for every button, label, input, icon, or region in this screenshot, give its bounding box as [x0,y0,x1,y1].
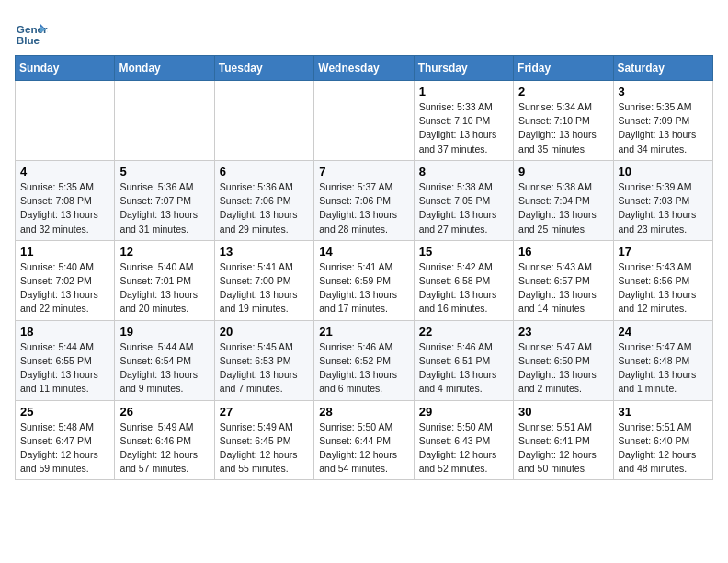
day-number: 5 [119,165,209,178]
day-info: Sunrise: 5:40 AMSunset: 7:01 PMDaylight:… [119,260,209,316]
calendar-cell: 11Sunrise: 5:40 AMSunset: 7:02 PMDayligh… [16,240,115,320]
calendar-cell: 20Sunrise: 5:45 AMSunset: 6:53 PMDayligh… [214,320,313,400]
day-info: Sunrise: 5:36 AMSunset: 7:07 PMDaylight:… [119,180,209,236]
day-number: 3 [619,85,708,98]
day-info: Sunrise: 5:43 AMSunset: 6:57 PMDaylight:… [518,260,608,316]
calendar-cell: 29Sunrise: 5:50 AMSunset: 6:43 PMDayligh… [414,400,513,480]
calendar-cell: 2Sunrise: 5:34 AMSunset: 7:10 PMDaylight… [514,81,613,161]
logo-icon: General Blue [15,15,48,48]
day-info: Sunrise: 5:38 AMSunset: 7:04 PMDaylight:… [518,180,608,236]
day-number: 29 [419,405,508,419]
calendar-cell: 17Sunrise: 5:43 AMSunset: 6:56 PMDayligh… [613,240,712,320]
day-number: 13 [220,245,309,259]
calendar-cell: 16Sunrise: 5:43 AMSunset: 6:57 PMDayligh… [514,240,613,320]
calendar-cell: 30Sunrise: 5:51 AMSunset: 6:41 PMDayligh… [514,400,613,480]
day-info: Sunrise: 5:50 AMSunset: 6:44 PMDaylight:… [319,420,408,477]
header-thursday: Thursday [414,56,513,81]
calendar-cell: 23Sunrise: 5:47 AMSunset: 6:50 PMDayligh… [514,320,613,400]
calendar-cell: 8Sunrise: 5:38 AMSunset: 7:05 PMDaylight… [414,160,513,240]
calendar-cell: 10Sunrise: 5:39 AMSunset: 7:03 PMDayligh… [613,160,712,240]
day-number: 31 [619,405,708,419]
day-info: Sunrise: 5:38 AMSunset: 7:05 PMDaylight:… [419,180,508,236]
day-number: 25 [20,405,109,419]
calendar-cell: 26Sunrise: 5:49 AMSunset: 6:46 PMDayligh… [115,400,214,480]
day-info: Sunrise: 5:42 AMSunset: 6:58 PMDaylight:… [419,260,508,316]
day-info: Sunrise: 5:50 AMSunset: 6:43 PMDaylight:… [419,420,508,477]
day-number: 20 [220,325,309,339]
day-info: Sunrise: 5:35 AMSunset: 7:08 PMDaylight:… [20,180,109,236]
header-monday: Monday [115,56,214,81]
day-number: 14 [319,245,408,259]
day-info: Sunrise: 5:41 AMSunset: 7:00 PMDaylight:… [220,260,309,316]
day-number: 27 [220,405,309,419]
day-info: Sunrise: 5:34 AMSunset: 7:10 PMDaylight:… [518,100,608,156]
day-number: 8 [419,165,508,178]
calendar-cell: 24Sunrise: 5:47 AMSunset: 6:48 PMDayligh… [613,320,712,400]
day-info: Sunrise: 5:37 AMSunset: 7:06 PMDaylight:… [319,180,408,236]
day-info: Sunrise: 5:40 AMSunset: 7:02 PMDaylight:… [20,260,109,316]
calendar-week-row: 1Sunrise: 5:33 AMSunset: 7:10 PMDaylight… [16,81,713,161]
day-info: Sunrise: 5:51 AMSunset: 6:41 PMDaylight:… [518,420,608,477]
day-number: 16 [518,245,608,259]
day-info: Sunrise: 5:51 AMSunset: 6:40 PMDaylight:… [619,420,708,477]
day-number: 10 [619,165,708,178]
day-number: 6 [220,165,309,178]
calendar-cell: 14Sunrise: 5:41 AMSunset: 6:59 PMDayligh… [314,240,414,320]
day-info: Sunrise: 5:47 AMSunset: 6:50 PMDaylight:… [518,340,608,396]
calendar-cell: 13Sunrise: 5:41 AMSunset: 7:00 PMDayligh… [214,240,313,320]
calendar-header-row: SundayMondayTuesdayWednesdayThursdayFrid… [16,56,713,81]
calendar-cell: 9Sunrise: 5:38 AMSunset: 7:04 PMDaylight… [514,160,613,240]
day-info: Sunrise: 5:33 AMSunset: 7:10 PMDaylight:… [419,100,508,156]
day-info: Sunrise: 5:39 AMSunset: 7:03 PMDaylight:… [619,180,708,236]
calendar-cell [16,81,115,161]
day-info: Sunrise: 5:49 AMSunset: 6:46 PMDaylight:… [119,420,209,477]
calendar-cell: 12Sunrise: 5:40 AMSunset: 7:01 PMDayligh… [115,240,214,320]
day-number: 21 [319,325,408,339]
header-tuesday: Tuesday [214,56,313,81]
calendar-week-row: 11Sunrise: 5:40 AMSunset: 7:02 PMDayligh… [16,240,713,320]
header-sunday: Sunday [16,56,115,81]
day-info: Sunrise: 5:46 AMSunset: 6:51 PMDaylight:… [419,340,508,396]
day-info: Sunrise: 5:44 AMSunset: 6:54 PMDaylight:… [119,340,209,396]
day-number: 11 [20,245,109,259]
day-number: 28 [319,405,408,419]
calendar-cell [214,81,313,161]
day-info: Sunrise: 5:43 AMSunset: 6:56 PMDaylight:… [619,260,708,316]
calendar-week-row: 18Sunrise: 5:44 AMSunset: 6:55 PMDayligh… [16,320,713,400]
day-number: 15 [419,245,508,259]
page-header: General Blue [15,15,713,48]
day-number: 2 [518,85,608,98]
day-info: Sunrise: 5:35 AMSunset: 7:09 PMDaylight:… [619,100,708,156]
day-number: 7 [319,165,408,178]
day-number: 12 [119,245,209,259]
calendar-cell [314,81,414,161]
day-number: 1 [419,85,508,98]
day-info: Sunrise: 5:48 AMSunset: 6:47 PMDaylight:… [20,420,109,477]
calendar-cell: 5Sunrise: 5:36 AMSunset: 7:07 PMDaylight… [115,160,214,240]
day-info: Sunrise: 5:46 AMSunset: 6:52 PMDaylight:… [319,340,408,396]
calendar-week-row: 4Sunrise: 5:35 AMSunset: 7:08 PMDaylight… [16,160,713,240]
calendar-cell: 15Sunrise: 5:42 AMSunset: 6:58 PMDayligh… [414,240,513,320]
day-info: Sunrise: 5:49 AMSunset: 6:45 PMDaylight:… [220,420,309,477]
calendar-cell: 3Sunrise: 5:35 AMSunset: 7:09 PMDaylight… [613,81,712,161]
calendar-cell: 19Sunrise: 5:44 AMSunset: 6:54 PMDayligh… [115,320,214,400]
day-number: 17 [619,245,708,259]
day-info: Sunrise: 5:47 AMSunset: 6:48 PMDaylight:… [619,340,708,396]
day-info: Sunrise: 5:41 AMSunset: 6:59 PMDaylight:… [319,260,408,316]
header-saturday: Saturday [613,56,712,81]
logo: General Blue [15,15,48,48]
day-number: 30 [518,405,608,419]
calendar-cell: 25Sunrise: 5:48 AMSunset: 6:47 PMDayligh… [16,400,115,480]
calendar-cell: 4Sunrise: 5:35 AMSunset: 7:08 PMDaylight… [16,160,115,240]
day-number: 9 [518,165,608,178]
day-number: 24 [619,325,708,339]
day-number: 23 [518,325,608,339]
calendar-cell: 28Sunrise: 5:50 AMSunset: 6:44 PMDayligh… [314,400,414,480]
calendar-cell: 6Sunrise: 5:36 AMSunset: 7:06 PMDaylight… [214,160,313,240]
day-number: 26 [119,405,209,419]
day-info: Sunrise: 5:45 AMSunset: 6:53 PMDaylight:… [220,340,309,396]
header-friday: Friday [514,56,613,81]
calendar-cell [115,81,214,161]
calendar-cell: 21Sunrise: 5:46 AMSunset: 6:52 PMDayligh… [314,320,414,400]
day-info: Sunrise: 5:44 AMSunset: 6:55 PMDaylight:… [20,340,109,396]
